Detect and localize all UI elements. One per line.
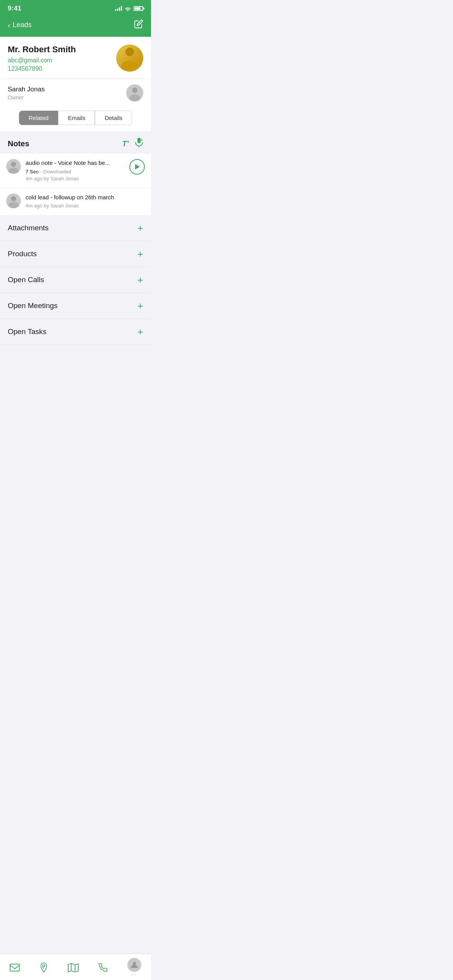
tab-emails[interactable]: Emails (58, 111, 95, 125)
signal-icon (115, 6, 122, 11)
notes-actions: T+ + (122, 137, 143, 150)
tab-related[interactable]: Related (19, 111, 58, 125)
wifi-icon (124, 6, 131, 11)
play-button[interactable] (129, 159, 145, 175)
back-label: Leads (13, 21, 32, 29)
attachments-header[interactable]: Attachments + (8, 215, 143, 241)
notes-section: Notes T+ + audio note - Voice (0, 131, 151, 215)
status-icons (115, 6, 143, 11)
open-calls-section: Open Calls + (0, 267, 151, 293)
svg-rect-0 (137, 138, 141, 143)
open-tasks-add-icon[interactable]: + (137, 327, 143, 337)
mic-plus-icon[interactable]: + (135, 137, 143, 150)
play-icon (135, 164, 140, 170)
edit-button[interactable] (134, 19, 143, 31)
contact-info: Mr. Robert Smith abc@gmail.com 123456789… (8, 45, 76, 72)
contact-section: Mr. Robert Smith abc@gmail.com 123456789… (0, 37, 151, 79)
attachments-section: Attachments + (0, 215, 151, 241)
open-tasks-section: Open Tasks + (0, 319, 151, 345)
back-chevron-icon: ‹ (8, 21, 10, 29)
status-time: 9:41 (8, 5, 21, 12)
contact-avatar (116, 45, 143, 72)
products-add-icon[interactable]: + (137, 249, 143, 259)
edit-icon (134, 19, 143, 29)
notes-header: Notes T+ + (0, 131, 151, 154)
owner-role: Owner (8, 94, 45, 101)
note-timestamp: 4m ago by Sarah Jonas (26, 203, 79, 209)
attachments-title: Attachments (8, 224, 49, 232)
contact-phone[interactable]: 1234567890 (8, 65, 76, 72)
note-avatar (6, 194, 21, 208)
note-content: cold lead - followup on 26th march 4m ag… (26, 194, 145, 210)
open-tasks-title: Open Tasks (8, 327, 46, 336)
avatar-image (116, 45, 143, 72)
contact-email[interactable]: abc@gmail.com (8, 57, 76, 64)
note-status: - Downloaded (40, 169, 71, 175)
open-meetings-header[interactable]: Open Meetings + (8, 293, 143, 319)
open-meetings-add-icon[interactable]: + (137, 301, 143, 311)
note-title: audio note - Voice Note has be... (26, 159, 125, 167)
note-item: audio note - Voice Note has be... 7 Sec … (0, 154, 151, 188)
open-calls-title: Open Calls (8, 276, 44, 284)
open-meetings-title: Open Meetings (8, 302, 58, 310)
products-section: Products + (0, 241, 151, 267)
notes-title: Notes (8, 139, 29, 148)
content-area: Notes T+ + audio note - Voice (0, 131, 151, 376)
open-calls-header[interactable]: Open Calls + (8, 267, 143, 293)
products-title: Products (8, 250, 37, 258)
note-title: cold lead - followup on 26th march (26, 194, 145, 201)
note-timestamp: 4m ago by Sarah Jonas (26, 176, 79, 182)
note-meta: 7 Sec - Downloaded 4m ago by Sarah Jonas (26, 168, 125, 182)
attachments-add-icon[interactable]: + (137, 223, 143, 233)
tab-details[interactable]: Details (95, 111, 132, 125)
tabs-section: Related Emails Details (0, 107, 151, 131)
back-button[interactable]: ‹ Leads (8, 21, 32, 29)
owner-avatar-image (126, 84, 143, 101)
note-duration: 7 Sec (26, 169, 39, 175)
owner-avatar (126, 84, 143, 101)
open-calls-add-icon[interactable]: + (137, 275, 143, 285)
open-tasks-header[interactable]: Open Tasks + (8, 319, 143, 344)
note-meta: 4m ago by Sarah Jonas (26, 202, 145, 209)
battery-icon (134, 6, 143, 11)
contact-name: Mr. Robert Smith (8, 45, 76, 55)
svg-text:+: + (141, 138, 143, 142)
owner-name: Sarah Jonas (8, 86, 45, 93)
header: ‹ Leads (0, 15, 151, 37)
products-header[interactable]: Products + (8, 241, 143, 267)
status-bar: 9:41 (0, 0, 151, 15)
owner-info: Sarah Jonas Owner (8, 86, 45, 101)
note-avatar (6, 159, 21, 174)
note-content: audio note - Voice Note has be... 7 Sec … (26, 159, 125, 182)
owner-section: Sarah Jonas Owner (0, 79, 151, 107)
text-plus-icon[interactable]: T+ (122, 139, 129, 148)
open-meetings-section: Open Meetings + (0, 293, 151, 319)
note-item: cold lead - followup on 26th march 4m ag… (0, 188, 151, 215)
notes-list: audio note - Voice Note has be... 7 Sec … (0, 154, 151, 215)
